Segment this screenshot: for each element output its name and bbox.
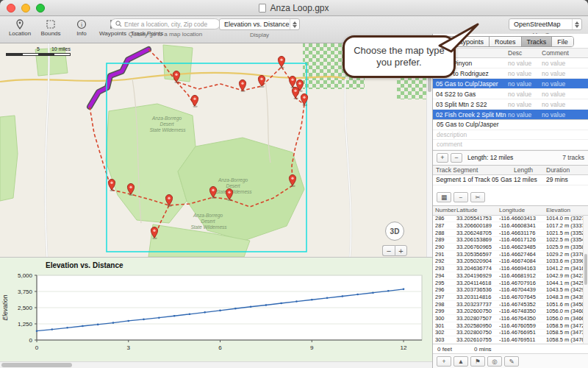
point-row[interactable]: 286 33.205541753 -116.46603413 1014.0 m … <box>433 216 583 223</box>
remove-segment-icon[interactable]: − <box>453 192 468 202</box>
zoom-controls: − + <box>382 245 407 256</box>
split-segment-icon[interactable]: ✂ <box>470 192 485 202</box>
point-number: 293 <box>433 265 456 272</box>
edit-point-icon[interactable]: ✎ <box>504 356 519 367</box>
3d-view-button[interactable]: 3D <box>385 222 404 241</box>
point-number: 286 <box>433 216 456 222</box>
track-row[interactable]: 05 Gas to Culp/Jasper no value no value <box>433 79 588 89</box>
track-row[interactable]: uez 2 Pinyon no value no value <box>433 58 588 68</box>
point-latitude: 33.206248705 <box>456 230 499 236</box>
track-desc: no value <box>508 80 542 88</box>
point-row[interactable]: 296 33.203736536 -116.46704439 1043.5 m … <box>433 286 583 294</box>
window-title: Anza Loop.gpx <box>270 3 329 13</box>
titlebar: Anza Loop.gpx <box>0 0 588 16</box>
track-comment: no value <box>542 101 588 108</box>
point-longitude: -116.46617126 <box>499 236 546 243</box>
point-row[interactable]: 297 33.203114816 -116.46707645 1048.3 m … <box>433 294 583 301</box>
point-row[interactable]: 293 33.204636774 -116.46694163 1041.2 m … <box>433 265 583 272</box>
svg-text:1,250: 1,250 <box>18 321 33 328</box>
info-button[interactable]: i Info <box>66 18 97 37</box>
track-name-field[interactable]: 05 Gas to Culp/Jasper <box>433 120 588 130</box>
zoom-in-button[interactable]: + <box>395 245 407 256</box>
point-elevation: 1041.2 m (3416 ft) <box>546 265 583 272</box>
track-comment: no value <box>542 70 588 77</box>
point-latitude: 33.202600750 <box>456 308 499 314</box>
display-dropdown[interactable]: Elevation vs. Distance <box>219 18 300 30</box>
point-longitude: -116.46681912 <box>499 272 546 279</box>
search-icon <box>115 21 122 27</box>
point-longitude: -116.46769511 <box>499 336 546 343</box>
elevation-chart: 01,2502,5003,7505,000036912Elevation vs.… <box>0 258 432 362</box>
svg-text:i: i <box>81 21 83 28</box>
point-row[interactable]: 298 33.203237737 -116.46745352 1051.6 m … <box>433 301 583 308</box>
track-row[interactable]: 02 Fish Creek 2 Split Mtn Rd. no value n… <box>433 110 588 120</box>
minimize-button[interactable] <box>21 4 30 13</box>
point-row[interactable]: 302 33.202800750 -116.46766951 1058.5 m … <box>433 330 583 337</box>
segment-table: Track Segment Length Duration Segment 1 … <box>433 166 588 185</box>
add-track-button[interactable]: + <box>437 153 448 163</box>
point-elevation: 1058.5 m (3473 ft) <box>546 329 583 336</box>
point-number: 295 <box>433 280 456 286</box>
point-longitude: -116.46748350 <box>499 308 546 314</box>
tab-routes[interactable]: Routes <box>490 37 522 46</box>
point-longitude: -116.46760559 <box>499 322 546 329</box>
search-input[interactable]: Enter a location, city, Zip code <box>110 18 220 29</box>
location-button[interactable]: Location <box>4 18 35 37</box>
point-number: 299 <box>433 308 456 314</box>
point-row[interactable]: 303 33.202610755 -116.46769511 1058.5 m … <box>433 336 583 344</box>
point-row[interactable]: 295 33.204114618 -116.46707916 1044.1 m … <box>433 280 583 287</box>
point-row[interactable]: 291 33.205356597 -116.46627464 1029.2 m … <box>433 251 583 258</box>
point-row[interactable]: 292 33.205020904 -116.46674084 1033.6 m … <box>433 258 583 266</box>
track-comment: no value <box>542 91 588 98</box>
track-comment: no value <box>542 80 588 88</box>
track-comment: no value <box>542 111 588 118</box>
app-window: Anza Loop.gpx Location Bounds i Info Way… <box>0 0 588 368</box>
search-caption: Quickly go to a map location <box>110 31 220 38</box>
point-latitude: 33.202807507 <box>456 315 499 322</box>
flag-point-icon[interactable]: ⚑ <box>470 356 485 367</box>
fullscreen-button[interactable] <box>36 4 45 13</box>
track-desc: no value <box>508 101 542 108</box>
track-name: 02 Fish Creek 2 Split Mtn Rd. <box>433 111 508 118</box>
point-longitude: -116.46603413 <box>499 216 546 222</box>
target-icon[interactable]: ◎ <box>487 356 502 367</box>
merge-segment-icon[interactable]: ▦ <box>437 192 451 202</box>
tab-tracks[interactable]: Tracks <box>522 37 553 46</box>
bounds-button[interactable]: Bounds <box>35 18 66 37</box>
segment-name: Segment 1 of Track 05 Gas to Culp/ <box>433 176 514 183</box>
points-scrollbar[interactable] <box>583 216 588 344</box>
point-row[interactable]: 301 33.202580950 -116.46760559 1058.5 m … <box>433 322 583 330</box>
point-elevation: 1058.5 m (3476 ft) <box>546 336 583 343</box>
track-row[interactable]: asper to Rodriguez no value no value <box>433 68 588 79</box>
track-comment-field[interactable]: comment <box>433 140 588 150</box>
point-number: 296 <box>433 286 456 293</box>
horizontal-scrollbar[interactable] <box>0 361 432 368</box>
add-point-icon[interactable]: + <box>437 356 451 367</box>
track-row[interactable]: 03 Split Mtn 2 S22 no value no value <box>433 99 588 110</box>
point-row[interactable]: 288 33.206248705 -116.46631176 1021.5 m … <box>433 230 583 237</box>
callout-bubble: Choose the map type you prefer. <box>343 35 456 78</box>
point-elevation: 1022.5 m (3354 ft) <box>546 236 583 243</box>
point-elevation: 1017.2 m (3337 ft) <box>546 222 583 229</box>
track-desc: no value <box>508 91 542 98</box>
point-row[interactable]: 294 33.204196929 -116.46681912 1042.9 m … <box>433 272 583 280</box>
zoom-out-button[interactable]: − <box>382 245 395 256</box>
point-row[interactable]: 300 33.202807507 -116.46764350 1056.0 m … <box>433 315 583 322</box>
terrain-icon[interactable]: ▲ <box>453 356 468 367</box>
track-row[interactable]: 04 S22 to Gas no value no value <box>433 89 588 99</box>
point-row[interactable]: 287 33.206600189 -116.46608341 1017.2 m … <box>433 222 583 230</box>
track-description-field[interactable]: description <box>433 130 588 141</box>
close-button[interactable] <box>7 4 15 13</box>
map-type-dropdown[interactable]: OpenStreetMap <box>509 18 582 30</box>
segment-row[interactable]: Segment 1 of Track 05 Gas to Culp/ 12 mi… <box>433 175 588 185</box>
svg-text:9: 9 <box>310 344 314 351</box>
track-comment: no value <box>542 60 588 67</box>
tab-file[interactable]: File <box>552 37 573 46</box>
point-elevation: 1044.1 m (3425 ft) <box>546 280 583 286</box>
stepper-arrows-icon <box>572 19 581 29</box>
point-row[interactable]: 289 33.206153869 -116.46617126 1022.5 m … <box>433 237 583 244</box>
point-row[interactable]: 299 33.202600750 -116.46748350 1056.0 m … <box>433 308 583 315</box>
point-number: 294 <box>433 272 456 279</box>
point-row[interactable]: 290 33.206760965 -116.46623485 1025.9 m … <box>433 244 583 251</box>
remove-track-button[interactable]: − <box>451 153 462 163</box>
